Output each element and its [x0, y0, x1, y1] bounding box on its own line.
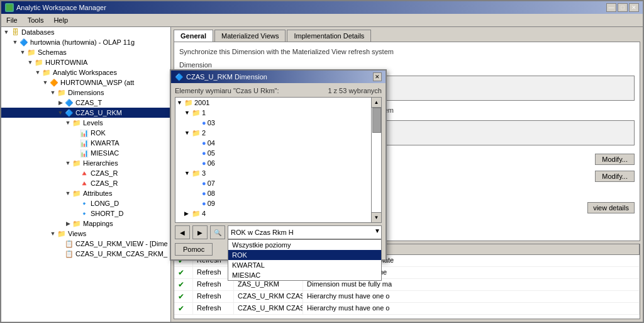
- expand-mappings[interactable]: ▶: [64, 220, 72, 227]
- expand-databases[interactable]: ▼: [3, 28, 10, 36]
- modal-node-04[interactable]: ● 04: [175, 138, 381, 148]
- nav-filter-btn[interactable]: 🔍: [210, 225, 225, 239]
- modal-node-2001[interactable]: ▼ 📁 2001: [175, 98, 381, 108]
- expand-views[interactable]: ▼: [49, 230, 57, 237]
- nav-forward-btn[interactable]: ▶: [192, 225, 208, 239]
- modify-button-2[interactable]: Modify...: [595, 171, 635, 182]
- modal-scrollbar[interactable]: ▲ ▼: [371, 98, 381, 222]
- tree-node-levels[interactable]: ▼ 📁 Levels: [1, 118, 170, 128]
- maximize-button[interactable]: □: [618, 3, 628, 12]
- tree-node-hurtownia-wsp[interactable]: ▼ 🔶 HURTOWNIA_WSP (att: [1, 77, 170, 88]
- modal-node-05[interactable]: ● 05: [175, 148, 381, 158]
- menu-help[interactable]: Help: [51, 15, 70, 25]
- expand-view1[interactable]: [57, 240, 64, 247]
- tree-label-hierarchies: Hierarchies: [83, 159, 118, 167]
- expand-short-d[interactable]: [72, 210, 79, 217]
- expand-czas-t[interactable]: ▶: [57, 99, 64, 106]
- expand-3[interactable]: ▼: [184, 170, 192, 176]
- expand-hierarchies[interactable]: ▼: [64, 159, 72, 167]
- tree-node-czas-t[interactable]: ▶ 🔷 CZAS_T: [1, 98, 170, 108]
- expand-hurtownia-schema[interactable]: ▼: [26, 59, 34, 66]
- tree-label-databases: Databases: [21, 28, 55, 36]
- modal-node-09[interactable]: ● 09: [175, 198, 381, 208]
- scroll-thumb[interactable]: [372, 108, 381, 133]
- tab-general[interactable]: General: [174, 30, 213, 42]
- expand-czas-r[interactable]: [72, 169, 79, 177]
- pomoc-button[interactable]: Pomoc: [175, 243, 213, 256]
- modal-node-07[interactable]: ● 07: [175, 178, 381, 188]
- expand-1[interactable]: ▼: [184, 110, 192, 116]
- expand-levels[interactable]: ▼: [64, 119, 72, 127]
- dropdown-item-miesiac[interactable]: MIESIAC: [228, 270, 381, 280]
- close-button[interactable]: ✕: [629, 3, 639, 12]
- modal-node-08[interactable]: ● 08: [175, 188, 381, 198]
- expand-schemas[interactable]: ▼: [19, 48, 26, 56]
- expand-2[interactable]: ▼: [184, 130, 192, 136]
- tab-materialized-views[interactable]: Materialized Views: [214, 30, 286, 42]
- view-details-button[interactable]: view details: [587, 202, 635, 213]
- tree-node-view1[interactable]: 📋 CZAS_U_RKM_VIEW - [Dime: [1, 239, 170, 249]
- item-09-icon: ●: [202, 200, 206, 207]
- expand-czas-u-rkm[interactable]: ▼: [57, 109, 64, 116]
- tree-node-hurtownia-schema[interactable]: ▼ 📁 HURTOWNIA: [1, 57, 170, 67]
- expand-workspaces[interactable]: ▼: [34, 69, 42, 76]
- expand-kwarta[interactable]: [72, 139, 79, 147]
- menu-tools[interactable]: Tools: [25, 15, 47, 25]
- expand-2001[interactable]: ▼: [177, 99, 184, 106]
- tree-node-long-d[interactable]: 🔹 LONG_D: [1, 198, 170, 208]
- modal-node-03[interactable]: ● 03: [175, 118, 381, 128]
- left-panel: ▼ 🗄 Databases ▼ 🔷 hurtownia (hurtownia) …: [1, 27, 171, 322]
- modal-tree-area[interactable]: ▼ 📁 2001 ▼ 📁 1 ● 03: [175, 97, 382, 223]
- expand-4[interactable]: ▶: [184, 210, 192, 217]
- modal-node-3[interactable]: ▼ 📁 3: [175, 168, 381, 178]
- expand-long-d[interactable]: [72, 200, 79, 207]
- scroll-up-btn[interactable]: ▲: [372, 98, 381, 108]
- item-04-icon: ●: [202, 139, 206, 147]
- scroll-track: [372, 108, 381, 212]
- dropdown-item-all[interactable]: Wszystkie poziomy: [228, 240, 381, 250]
- tree-node-views[interactable]: ▼ 📁 Views: [1, 229, 170, 239]
- nav-back-btn[interactable]: ◀: [175, 225, 190, 239]
- dropdown-item-rok[interactable]: ROK: [228, 250, 381, 260]
- expand-hurtownia[interactable]: ▼: [11, 38, 19, 46]
- expand-attributes[interactable]: ▼: [64, 190, 72, 197]
- scroll-down-btn[interactable]: ▼: [372, 212, 381, 222]
- dropdown-item-kwartal[interactable]: KWARTAL: [228, 260, 381, 270]
- modal-label-08: 08: [208, 190, 215, 197]
- tree-node-dimensions[interactable]: ▼ 📁 Dimensions: [1, 88, 170, 98]
- modal-node-4[interactable]: ▶ 📁 4: [175, 208, 381, 218]
- tree-node-rok[interactable]: 📊 ROK: [1, 128, 170, 138]
- menu-file[interactable]: File: [4, 15, 20, 25]
- tree-node-czas-u-rkm[interactable]: ▼ 🔷 CZAS_U_RKM: [1, 108, 170, 118]
- expand-view2[interactable]: [57, 250, 64, 258]
- expand-miesiac[interactable]: [72, 149, 79, 157]
- tree-node-hurtownia[interactable]: ▼ 🔷 hurtownia (hurtownia) - OLAP 11g: [1, 37, 170, 47]
- tree-scroll[interactable]: ▼ 🗄 Databases ▼ 🔷 hurtownia (hurtownia) …: [1, 27, 170, 322]
- modal-node-2[interactable]: ▼ 📁 2: [175, 128, 381, 138]
- status-cell-2: ✔: [174, 279, 193, 290]
- expand-dimensions[interactable]: ▼: [49, 89, 57, 96]
- expand-rok[interactable]: [72, 129, 79, 137]
- czas-r-icon: 🔺: [79, 169, 89, 178]
- tree-node-miesiac[interactable]: 📊 MIESIAC: [1, 148, 170, 158]
- tree-node-kwarta[interactable]: 📊 KWARTA: [1, 138, 170, 148]
- tree-node-mappings[interactable]: ▶ 📁 Mappings: [1, 218, 170, 229]
- modal-close-button[interactable]: ✕: [373, 72, 382, 81]
- tree-node-view2[interactable]: 📋 CZAS_U_RKM_CZAS_RKM_: [1, 249, 170, 259]
- tree-node-czas-r2[interactable]: 🔺 CZAS_R: [1, 178, 170, 188]
- expand-hurtownia-wsp[interactable]: ▼: [42, 79, 49, 86]
- tree-node-short-d[interactable]: 🔹 SHORT_D: [1, 208, 170, 218]
- tree-node-workspaces[interactable]: ▼ 📁 Analytic Workspaces: [1, 67, 170, 77]
- tree-node-czas-r[interactable]: 🔺 CZAS_R: [1, 168, 170, 178]
- minimize-button[interactable]: —: [606, 3, 616, 12]
- expand-czas-r2[interactable]: [72, 179, 79, 187]
- modal-node-06[interactable]: ● 06: [175, 158, 381, 168]
- modal-select-display[interactable]: ROK w Czas Rkm H ▼: [228, 225, 382, 239]
- modal-node-1[interactable]: ▼ 📁 1: [175, 108, 381, 118]
- tree-node-schemas[interactable]: ▼ 📁 Schemas: [1, 47, 170, 57]
- modify-button-1[interactable]: Modify...: [595, 154, 635, 165]
- tree-node-hierarchies[interactable]: ▼ 📁 Hierarchies: [1, 158, 170, 168]
- tree-node-attributes[interactable]: ▼ 📁 Attributes: [1, 188, 170, 198]
- tree-node-databases[interactable]: ▼ 🗄 Databases: [1, 27, 170, 37]
- tab-implementation-details[interactable]: Implementation Details: [287, 30, 371, 42]
